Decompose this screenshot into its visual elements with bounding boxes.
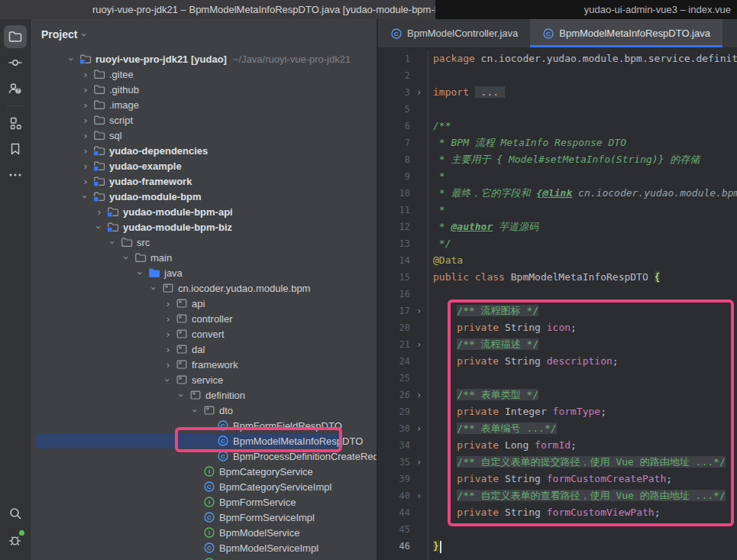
chevron-collapsed-icon[interactable]: ›: [78, 69, 93, 80]
code-line-45[interactable]: 45: [378, 521, 737, 538]
code-line-14[interactable]: 14@Data: [378, 252, 737, 269]
tree-row-yudao-module-bpm-biz[interactable]: ›yudao-module-bpm-biz: [31, 219, 377, 235]
chevron-expanded-icon[interactable]: ›: [188, 405, 203, 416]
tree-row-sql[interactable]: ›sql: [31, 128, 377, 143]
tree-row-java[interactable]: ›java: [31, 265, 377, 280]
tree-row-controller[interactable]: ›controller: [31, 311, 377, 326]
tab-BpmModelMetaInfoRespDTO[interactable]: C BpmModelMetaInfoRespDTO.java: [530, 19, 722, 47]
code-line-2[interactable]: 2: [378, 67, 737, 84]
tree-row-main[interactable]: ›main: [31, 250, 377, 265]
tree-row-dto[interactable]: ›dto: [31, 403, 377, 418]
tree-row-BpmCategoryService[interactable]: IBpmCategoryService: [31, 464, 377, 479]
fold-arrow-icon[interactable]: ›: [410, 487, 428, 504]
fold-arrow-icon[interactable]: ›: [410, 84, 428, 101]
fold-arrow-icon[interactable]: ›: [410, 336, 428, 353]
tree-row-yudao-example[interactable]: ›yudao-example: [31, 158, 377, 173]
tree-row-BpmModelService[interactable]: IBpmModelService: [31, 525, 377, 540]
chevron-collapsed-icon[interactable]: ›: [78, 84, 93, 95]
project-folder-icon[interactable]: [4, 25, 27, 48]
chevron-collapsed-icon[interactable]: ›: [160, 298, 176, 309]
tree-row-dal[interactable]: ›dal: [31, 342, 377, 357]
chevron-collapsed-icon[interactable]: ›: [160, 344, 176, 355]
code-line-12[interactable]: 12 * @author 芋道源码: [378, 218, 737, 235]
bookmarks-icon[interactable]: [4, 138, 27, 160]
code-line-1[interactable]: 1package cn.iocoder.yudao.module.bpm.ser…: [378, 50, 737, 67]
tree-row-BpmFormServiceImpl[interactable]: CBpmFormServiceImpl: [31, 510, 377, 525]
tree-row-convert[interactable]: ›convert: [31, 326, 377, 342]
chevron-collapsed-icon[interactable]: ›: [78, 145, 93, 157]
tree-row-definition[interactable]: ›definition: [31, 387, 377, 403]
project-panel-header[interactable]: Project ›: [31, 19, 377, 50]
code-line-26[interactable]: 26› /** 表单类型 */: [378, 387, 737, 403]
chevron-collapsed-icon[interactable]: ›: [160, 329, 176, 340]
code-editor[interactable]: 1package cn.iocoder.yudao.module.bpm.ser…: [378, 47, 737, 560]
fold-arrow-icon[interactable]: ›: [410, 303, 428, 319]
chevron-collapsed-icon[interactable]: ›: [78, 130, 93, 141]
code-line-17[interactable]: 17› /** 流程图标 */: [378, 303, 737, 319]
code-line-34[interactable]: 34 private Long formId;: [378, 437, 737, 454]
tab-BpmModelController[interactable]: C BpmModelController.java: [378, 19, 530, 47]
fold-arrow-icon[interactable]: ›: [410, 454, 428, 471]
code-line-46[interactable]: 46}: [378, 538, 737, 555]
pull-requests-icon[interactable]: ?: [4, 77, 27, 100]
code-line-20[interactable]: 20 private String icon;: [378, 319, 737, 336]
code-line-40[interactable]: 40› /** 自定义表单的查看路径，使用 Vue 的路由地址 ...*/: [378, 487, 737, 504]
tree-row-script[interactable]: ›script: [31, 112, 377, 128]
chevron-expanded-icon[interactable]: ›: [119, 252, 134, 264]
code-line-9[interactable]: 9 *: [378, 168, 737, 185]
chevron-expanded-icon[interactable]: ›: [64, 53, 79, 65]
tree-row-framework[interactable]: ›framework: [31, 357, 377, 372]
structure-icon[interactable]: [4, 112, 27, 134]
chevron-expanded-icon[interactable]: ›: [174, 390, 189, 401]
commit-icon[interactable]: [4, 51, 27, 74]
code-line-8[interactable]: 8 * 主要用于 { Model#setMetaInfo(String)} 的存…: [378, 151, 737, 168]
code-line-24[interactable]: 24 private String description;: [378, 353, 737, 370]
code-line-16[interactable]: 16: [378, 286, 737, 303]
chevron-expanded-icon[interactable]: ›: [160, 374, 176, 386]
code-line-7[interactable]: 7 * BPM 流程 MetaInfo Response DTO: [378, 134, 737, 151]
chevron-collapsed-icon[interactable]: ›: [92, 206, 107, 218]
code-line-30[interactable]: 30› /** 表单编号 ...*/: [378, 420, 737, 437]
fold-arrow-icon[interactable]: ›: [410, 420, 428, 437]
tree-row-api[interactable]: ›api: [31, 296, 377, 311]
tree-row-BpmCategoryServiceImpl[interactable]: CBpmCategoryServiceImpl: [31, 479, 377, 494]
tree-row-BpmFormFieldRespDTO[interactable]: CBpmFormFieldRespDTO: [31, 418, 377, 433]
tree-row-ruoyi-vue-pro-jdk21-yudao-[interactable]: ›ruoyi-vue-pro-jdk21 [yudao]~/Java/ruoyi…: [31, 51, 377, 66]
tree-row-service[interactable]: ›service: [31, 372, 377, 387]
tree-row-yudao-dependencies[interactable]: ›yudao-dependencies: [31, 143, 377, 158]
code-line-29[interactable]: 29 private Integer formType;: [378, 403, 737, 420]
code-line-11[interactable]: 11 *: [378, 202, 737, 218]
tree-row-BpmModelMetaInfoRespDTO[interactable]: CBpmModelMetaInfoRespDTO: [31, 433, 377, 448]
chevron-collapsed-icon[interactable]: ›: [160, 359, 176, 371]
code-line-6[interactable]: 6/**: [378, 118, 737, 134]
code-line-39[interactable]: 39 private String formCustomCreatePath;: [378, 471, 737, 487]
chevron-expanded-icon[interactable]: ›: [92, 222, 107, 233]
chevron-collapsed-icon[interactable]: ›: [160, 313, 176, 325]
code-line-3[interactable]: 3›import ...: [378, 84, 737, 101]
search-icon[interactable]: [4, 502, 27, 525]
chevron-expanded-icon[interactable]: ›: [105, 237, 121, 248]
chevron-collapsed-icon[interactable]: ›: [78, 176, 93, 187]
tree-row-yudao-framework[interactable]: ›yudao-framework: [31, 173, 377, 189]
chevron-collapsed-icon[interactable]: ›: [78, 160, 93, 172]
tree-row-BpmProcessDefinitionService[interactable]: IBpmProcessDefinitionService: [31, 555, 377, 560]
tree-row-.github[interactable]: ›.github: [31, 82, 377, 97]
fold-arrow-icon[interactable]: ›: [410, 387, 428, 403]
tree-row-.gitee[interactable]: ›.gitee: [31, 66, 377, 82]
tree-row-BpmFormService[interactable]: IBpmFormService: [31, 494, 377, 510]
code-line-21[interactable]: 21› /** 流程描述 */: [378, 336, 737, 353]
more-icon[interactable]: [4, 163, 27, 186]
tree-row-src[interactable]: ›src: [31, 235, 377, 250]
chevron-expanded-icon[interactable]: ›: [133, 267, 148, 279]
code-line-25[interactable]: 25: [378, 370, 737, 387]
tree-row-yudao-module-bpm-api[interactable]: ›yudao-module-bpm-api: [31, 204, 377, 219]
code-line-10[interactable]: 10 * 最终，它的字段和 {@link cn.iocoder.yudao.mo…: [378, 185, 737, 202]
chevron-expanded-icon[interactable]: ›: [78, 191, 93, 202]
tree-row-yudao-module-bpm[interactable]: ›yudao-module-bpm: [31, 189, 377, 204]
code-line-13[interactable]: 13 */: [378, 235, 737, 252]
tree-row-BpmProcessDefinitionCreateReqDTO[interactable]: CBpmProcessDefinitionCreateReqDTO: [31, 448, 377, 464]
tree-row-.image[interactable]: ›.image: [31, 97, 377, 112]
chevron-collapsed-icon[interactable]: ›: [78, 99, 93, 111]
code-line-35[interactable]: 35› /** 自定义表单的提交路径，使用 Vue 的路由地址 ...*/: [378, 454, 737, 471]
tree-row-cn.iocoder.yudao.module.bpm[interactable]: ›cn.iocoder.yudao.module.bpm: [31, 280, 377, 296]
